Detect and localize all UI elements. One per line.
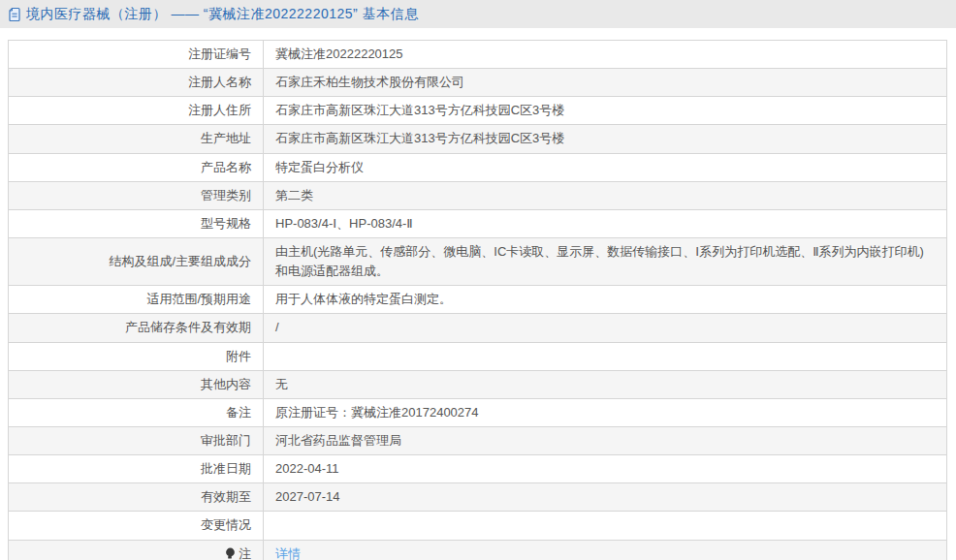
row-label-text: 注 (239, 546, 251, 560)
row-value: 无 (264, 370, 947, 398)
row-value (264, 512, 947, 540)
row-value: 详情 (264, 540, 947, 560)
row-label: 备注 (9, 398, 264, 426)
row-label: 注 (9, 540, 264, 560)
row-label-text: 变更情况 (201, 517, 251, 532)
row-value-text: 第二类 (275, 188, 313, 202)
table-row: 产品储存条件及有效期 / (9, 314, 947, 342)
details-link[interactable]: 详情 (275, 546, 301, 560)
row-label-text: 适用范围/预期用途 (146, 292, 251, 306)
row-label-text: 批准日期 (201, 461, 251, 476)
row-label: 变更情况 (9, 512, 264, 540)
row-label: 注册证编号 (9, 41, 264, 69)
page-header: 境内医疗器械（注册） —— “冀械注准20222220125” 基本信息 (0, 0, 956, 28)
row-value-text: 石家庄市高新区珠江大道313号方亿科技园C区3号楼 (275, 103, 564, 117)
table-row: 注册证编号 冀械注准20222220125 (9, 41, 947, 69)
table-row: 注册人名称 石家庄禾柏生物技术股份有限公司 (9, 69, 947, 97)
row-label-text: 附件 (226, 349, 251, 363)
row-label-text: 产品储存条件及有效期 (125, 320, 251, 334)
row-label-text: 注册证编号 (188, 47, 251, 61)
table-row: 产品名称 特定蛋白分析仪 (9, 153, 947, 181)
row-value-text: 石家庄市高新区珠江大道313号方亿科技园C区3号楼 (275, 131, 564, 145)
row-label: 产品储存条件及有效期 (9, 314, 264, 342)
info-table: 注册证编号 冀械注准20222220125 注册人名称 石家庄禾柏生物技术股份有… (8, 40, 947, 560)
row-value: 用于人体体液的特定蛋白测定。 (264, 286, 947, 314)
row-label-text: 备注 (226, 405, 251, 420)
table-row: 适用范围/预期用途 用于人体体液的特定蛋白测定。 (9, 286, 947, 314)
row-label: 其他内容 (9, 370, 264, 398)
bulb-icon (225, 547, 236, 560)
row-value: 第二类 (264, 181, 947, 209)
row-value-text: 冀械注准20222220125 (275, 47, 403, 61)
row-label-text: 注册人名称 (188, 75, 251, 89)
row-value (264, 342, 947, 370)
table-row: 管理类别 第二类 (9, 181, 947, 209)
row-value-text: 2027-07-14 (275, 489, 340, 504)
table-row: 型号规格 HP-083/4-Ⅰ、HP-083/4-Ⅱ (9, 209, 947, 237)
row-value: 石家庄市高新区珠江大道313号方亿科技园C区3号楼 (264, 125, 947, 153)
row-value-text: 无 (275, 377, 288, 391)
document-icon (8, 7, 21, 22)
row-label-text: 其他内容 (201, 377, 251, 391)
row-label-text: 生产地址 (201, 131, 251, 145)
row-label: 生产地址 (9, 125, 264, 153)
row-value: 石家庄禾柏生物技术股份有限公司 (264, 69, 947, 97)
row-value-text: 由主机(光路单元、传感部分、微电脑、IC卡读取、显示屏、数据传输接口、Ⅰ系列为打… (275, 244, 924, 278)
row-value-text: 特定蛋白分析仪 (275, 160, 364, 174)
row-value-text: 石家庄禾柏生物技术股份有限公司 (275, 75, 464, 89)
row-label-text: 结构及组成/主要组成成分 (109, 254, 251, 268)
row-value-text: HP-083/4-Ⅰ、HP-083/4-Ⅱ (275, 216, 413, 231)
table-row: 审批部门 河北省药品监督管理局 (9, 426, 947, 454)
row-label: 附件 (9, 342, 264, 370)
row-label: 有效期至 (9, 483, 264, 512)
table-row: 备注 原注册证号：冀械注准20172400274 (9, 398, 947, 426)
row-value: 原注册证号：冀械注准20172400274 (264, 398, 947, 426)
row-label: 审批部门 (9, 426, 264, 454)
row-value-text: 2022-04-11 (275, 461, 339, 476)
row-label-text: 型号规格 (201, 216, 251, 231)
table-row: 注 详情 (9, 540, 947, 560)
row-label-text: 产品名称 (201, 160, 251, 174)
table-row: 附件 (9, 342, 947, 370)
row-label: 结构及组成/主要组成成分 (9, 237, 264, 285)
row-value: 2022-04-11 (264, 455, 947, 483)
row-value-text: / (275, 320, 279, 334)
table-row: 有效期至 2027-07-14 (9, 483, 947, 512)
row-label-text: 注册人住所 (188, 103, 251, 117)
row-value: / (264, 314, 947, 342)
row-value: 特定蛋白分析仪 (264, 153, 947, 181)
table-row: 结构及组成/主要组成成分 由主机(光路单元、传感部分、微电脑、IC卡读取、显示屏… (9, 237, 947, 285)
table-row: 注册人住所 石家庄市高新区珠江大道313号方亿科技园C区3号楼 (9, 97, 947, 125)
row-value: HP-083/4-Ⅰ、HP-083/4-Ⅱ (264, 209, 947, 237)
table-row: 批准日期 2022-04-11 (9, 455, 947, 483)
row-label-text: 有效期至 (201, 489, 251, 504)
table-row: 生产地址 石家庄市高新区珠江大道313号方亿科技园C区3号楼 (9, 125, 947, 153)
row-label: 适用范围/预期用途 (9, 286, 264, 314)
row-label: 产品名称 (9, 153, 264, 181)
row-label: 注册人名称 (9, 69, 264, 97)
row-label-text: 管理类别 (201, 188, 251, 202)
row-value: 冀械注准20222220125 (264, 41, 947, 69)
row-value: 由主机(光路单元、传感部分、微电脑、IC卡读取、显示屏、数据传输接口、Ⅰ系列为打… (264, 237, 947, 285)
row-value-text: 河北省药品监督管理局 (275, 433, 401, 448)
row-label: 注册人住所 (9, 97, 264, 125)
row-value: 河北省药品监督管理局 (264, 426, 947, 454)
row-label: 管理类别 (9, 181, 264, 209)
row-value: 2027-07-14 (264, 483, 947, 512)
table-row: 其他内容 无 (9, 370, 947, 398)
page-title: 境内医疗器械（注册） —— “冀械注准20222220125” 基本信息 (26, 6, 419, 23)
table-row: 变更情况 (9, 512, 947, 540)
row-value-text: 原注册证号：冀械注准20172400274 (275, 405, 479, 420)
row-label-text: 审批部门 (201, 433, 251, 448)
row-value-text: 用于人体体液的特定蛋白测定。 (275, 292, 452, 306)
row-label: 批准日期 (9, 455, 264, 483)
row-label: 型号规格 (9, 209, 264, 237)
row-value: 石家庄市高新区珠江大道313号方亿科技园C区3号楼 (264, 97, 947, 125)
